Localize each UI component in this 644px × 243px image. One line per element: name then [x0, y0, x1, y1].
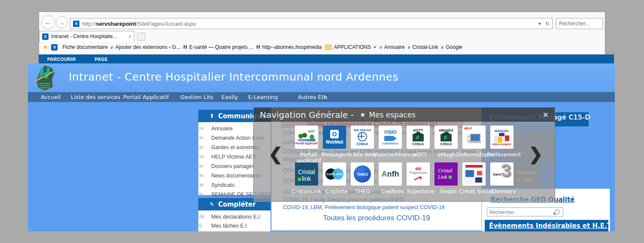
sidebar-link-gardes-astreintes[interactable]: Gardes et astreintes: [211, 144, 260, 150]
video-camera-icon: [384, 136, 394, 141]
desktop: ← → S http://servsharepoint/SitePages/Ac…: [0, 0, 644, 243]
text-fragment: es: [199, 154, 204, 159]
sharepoint-ribbon: PARCOURIR PAGE: [39, 54, 614, 63]
sharepoint-favicon: S: [51, 44, 58, 51]
nav-liste-des-services[interactable]: Liste des services: [71, 94, 120, 100]
nav-caret-icon[interactable]: ⌄: [323, 94, 327, 99]
sidebar-link-help-victime-aes[interactable]: HELP Victime AES: [211, 154, 256, 160]
favorite-annuaire[interactable]: eAnnuaire: [380, 44, 405, 51]
red-arrow-icon: [414, 176, 422, 180]
sidebar-link-annuaire[interactable]: Annuaire: [211, 126, 233, 132]
refresh-icon[interactable]: ↻: [545, 21, 550, 27]
app-tile-theo[interactable]: THEO: [351, 162, 374, 186]
new-tab-button[interactable]: [137, 33, 145, 41]
modal-title-text: Navigation Générale -: [260, 110, 354, 120]
app-tile-gesform[interactable]: Anfh: [379, 162, 402, 186]
forward-button[interactable]: →: [56, 16, 68, 28]
favorite-fiche-documentaire[interactable]: SFiche documentaire: [51, 44, 107, 51]
sidebar-link-mes-declarations[interactable]: Mes déclarations E.I: [211, 214, 260, 220]
app-tile-informatique[interactable]: HELP: [462, 126, 486, 149]
favorite-hospimedia[interactable]: Hhttp--abonnes.hospimedia: [256, 44, 322, 50]
app-tile-credit-social[interactable]: [462, 162, 486, 186]
house-icon: [440, 135, 452, 141]
sharepoint-favicon: S: [73, 21, 79, 27]
favorite-esante[interactable]: HE-santé — Quatre projets ...: [183, 44, 253, 50]
chevron-right-icon[interactable]: ❯: [529, 145, 543, 162]
intranet-page: Centre Hospitalier Intercommunal nord Ar…: [28, 63, 615, 231]
sidebar-link-dossiers-partages[interactable]: Dossiers partagés: [211, 163, 255, 169]
text-fragment: re: [199, 126, 204, 131]
ie-favicon: e: [408, 44, 410, 51]
nav-accueil[interactable]: Accueil: [41, 94, 61, 100]
app-tile-visioconference[interactable]: VISIOCONFERENCE: [379, 126, 402, 149]
ribbon-tab-page[interactable]: PAGE: [94, 57, 108, 62]
nav-portail-applicatif[interactable]: Portail Applicatif: [123, 94, 169, 100]
app-tile-webmail[interactable]: OWebMail: [323, 126, 346, 149]
nav-easily[interactable]: Easily: [222, 94, 238, 100]
nav-gestion-lits[interactable]: Gestion Lits: [180, 94, 213, 100]
back-button[interactable]: ←: [41, 15, 55, 29]
text-fragment: ie:: [199, 192, 204, 197]
page-title: Intranet - Centre Hospitalier Intercommu…: [69, 71, 398, 83]
hospimedia-favicon: H: [256, 44, 260, 50]
url-dropdown-icon[interactable]: ▾: [538, 21, 541, 27]
webpart-title-evenements-indesirables[interactable]: Évènements Indésirables et H.E.T: [485, 220, 608, 231]
app-tile-site-web[interactable]: Site InternetCHInA: [351, 126, 374, 149]
app-tile-cristal-link[interactable]: Cristallink: [295, 162, 318, 186]
browser-search-input[interactable]: [556, 18, 608, 29]
globe-icon: [358, 132, 367, 141]
modal-subtitle-mes-espaces[interactable]: Mes espaces: [369, 111, 416, 119]
tab-intranet[interactable]: S Intranet - Centre Hospitalie... ×: [39, 31, 134, 42]
tile-label: Prélèvement: [485, 152, 523, 158]
person-icon: [467, 135, 470, 138]
sidebar-link-mes-taches[interactable]: Mes tâches E.I: [211, 223, 247, 229]
app-tile-copilote[interactable]: COPILOTE: [323, 162, 346, 186]
ged-search-input[interactable]: [487, 210, 555, 215]
chevron-left-icon[interactable]: ❮: [268, 145, 283, 162]
app-tile-emagh2[interactable]: eMagh2CHInA: [434, 126, 458, 149]
text-fragment: E: [199, 223, 202, 228]
nav-e-learning[interactable]: E-Learning: [248, 94, 278, 100]
browser-search[interactable]: [556, 18, 603, 29]
sidebar-link-syndicats[interactable]: Syndicats: [211, 182, 234, 188]
url-path: /SitePages/Accueil.aspx: [136, 21, 196, 27]
app-tile-egtt[interactable]: eGTTCHInA: [407, 126, 430, 149]
favorite-google[interactable]: eGoogle: [441, 44, 462, 51]
text-fragment: at:: [199, 182, 204, 187]
navigation-generale-modal: Navigation Générale - ★ Mes espaces ✕ ❮ …: [253, 107, 555, 201]
top-navigation: Accueil Liste des services Portail Appli…: [28, 92, 615, 102]
app-tile-trajectoire[interactable]: ViaTrajectoire: [407, 162, 430, 186]
app-tile-demserv[interactable]: Serv3: [490, 162, 513, 186]
close-icon[interactable]: ✕: [543, 111, 549, 119]
text-fragment: m: [199, 135, 203, 140]
favorite-applications-folder[interactable]: APPLICATIONS▼: [325, 44, 377, 50]
favorites-star-icon[interactable]: ★: [43, 43, 48, 51]
poster-collage-icon: [464, 164, 484, 184]
theo-circle-icon: THEO: [354, 165, 371, 183]
app-tile-prelevement[interactable]: MANUELPRELEVEMENT: [490, 126, 513, 149]
search-icon[interactable]: [555, 210, 559, 214]
modal-title-bar: Navigation Générale - ★ Mes espaces ✕: [254, 108, 555, 122]
favorite-cristal-link[interactable]: eCristal-Link: [408, 44, 438, 51]
ie-favicon: e: [111, 44, 113, 51]
folder-icon: [325, 45, 332, 50]
all-covid-procedures-link[interactable]: Toutes les procédures COVID-19: [272, 214, 481, 222]
text-fragment: le:: [199, 163, 204, 168]
url-host: servsharepoint: [96, 21, 136, 27]
favorite-ajouter-extensions[interactable]: eAjouter des extensions ‹ G...: [111, 44, 180, 51]
tab-close-icon[interactable]: ×: [129, 34, 131, 39]
share-icon: ⬆: [210, 113, 214, 119]
covid-lbm-link[interactable]: COVID-19, LBM, Prélèvement biologique pa…: [283, 204, 445, 210]
outlook-icon: O: [330, 130, 339, 138]
app-tile-portail-applicatif[interactable]: GHTPortail Applicatif: [295, 126, 318, 149]
tab-title: Intranet - Centre Hospitalie...: [51, 33, 117, 39]
ged-search-box[interactable]: [487, 207, 563, 216]
ribbon-tab-parcourir[interactable]: PARCOURIR: [47, 57, 76, 62]
text-fragment: le:: [199, 144, 204, 150]
address-bar[interactable]: S http://servsharepoint/SitePages/Accuei…: [70, 18, 553, 29]
house-icon: [413, 135, 424, 141]
ght-trees-icon: [297, 133, 316, 142]
app-tile-sedan[interactable]: CristalLink: [434, 162, 458, 186]
tile-label: Demserv: [485, 189, 523, 195]
sidebar-list-completer: dé E Mes déclarations E.I Mes tâches E.I: [198, 210, 270, 231]
